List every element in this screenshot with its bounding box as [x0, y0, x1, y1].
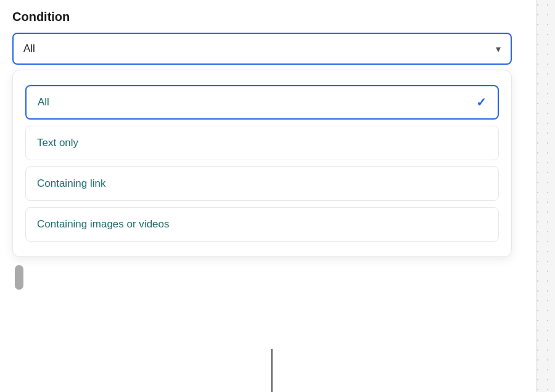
option-all-label: All [38, 96, 49, 108]
select-current-value: All [23, 43, 35, 55]
check-icon: ✓ [476, 95, 487, 110]
option-containing-link[interactable]: Containing link [25, 166, 499, 201]
main-panel: Condition All ▾ All ✓ Text only Containi… [0, 0, 536, 392]
option-text-only[interactable]: Text only [25, 126, 499, 160]
option-containing-link-label: Containing link [37, 178, 106, 190]
scrollbar-thumb[interactable] [15, 265, 23, 290]
condition-label: Condition [12, 10, 524, 24]
chevron-down-icon: ▾ [496, 43, 501, 55]
option-text-only-label: Text only [37, 137, 78, 149]
option-all[interactable]: All ✓ [25, 85, 499, 120]
dropdown-menu: All ✓ Text only Containing link Containi… [12, 70, 512, 257]
condition-select-trigger[interactable]: All ▾ [12, 33, 512, 65]
vertical-divider [271, 349, 273, 392]
option-containing-images-videos[interactable]: Containing images or videos [25, 207, 499, 242]
option-containing-images-videos-label: Containing images or videos [37, 218, 170, 231]
